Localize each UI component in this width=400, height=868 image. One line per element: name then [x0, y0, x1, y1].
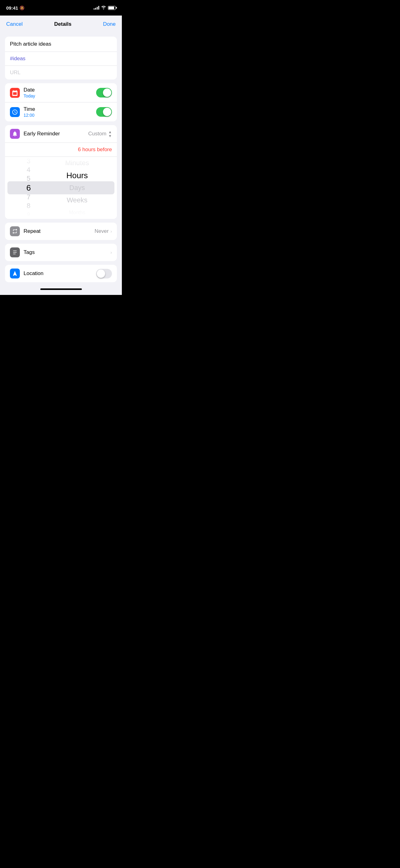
- signal-icon: [94, 6, 99, 10]
- mute-icon: 🔕: [20, 6, 25, 10]
- picker-number-column[interactable]: 3 4 5 6 7 8 9: [12, 157, 45, 219]
- picker-num-9: 9: [12, 210, 45, 219]
- picker-num-4: 4: [12, 165, 45, 174]
- picker-unit-weeks: Weeks: [45, 194, 109, 207]
- location-row: Location: [5, 265, 117, 282]
- early-reminder-custom: 6 hours before: [5, 143, 117, 157]
- repeat-label: Repeat: [24, 228, 91, 235]
- date-icon-badge: [10, 88, 20, 98]
- location-label: Location: [24, 270, 92, 277]
- picker-num-3: 3: [12, 157, 45, 165]
- battery-icon: [108, 6, 116, 10]
- picker-unit-column[interactable]: Minutes Hours Days Weeks Months: [45, 157, 109, 219]
- picker-unit-days: Days: [45, 182, 109, 194]
- picker-num-7: 7: [12, 193, 45, 202]
- picker-unit-minutes: Minutes: [45, 157, 109, 169]
- picker-unit-hours-selected: Hours: [45, 169, 109, 182]
- location-card: Location: [5, 265, 117, 282]
- location-icon-badge: [10, 269, 20, 278]
- svg-rect-4: [13, 254, 15, 254]
- date-time-card: Date Today Time 12:00: [5, 83, 117, 121]
- done-button[interactable]: Done: [103, 19, 116, 30]
- location-toggle[interactable]: [96, 269, 112, 278]
- tags-row[interactable]: Tags ›: [5, 244, 117, 261]
- date-toggle[interactable]: [96, 88, 112, 97]
- status-bar: 09:41 🔕: [0, 0, 122, 16]
- updown-icon: ▲ ▼: [108, 130, 112, 138]
- svg-rect-3: [13, 252, 17, 253]
- early-reminder-right: Custom ▲ ▼: [88, 130, 112, 138]
- tags-chevron: ›: [110, 250, 112, 255]
- status-right: [94, 5, 116, 10]
- wifi-icon: [101, 5, 106, 10]
- tags-card[interactable]: Tags ›: [5, 244, 117, 261]
- main-container: Cancel Details Done Pitch article ideas …: [0, 16, 122, 295]
- tags-label: Tags: [24, 249, 107, 255]
- date-row: Date Today: [5, 83, 117, 102]
- reminder-icon-badge: [10, 129, 20, 139]
- nav-bar: Cancel Details Done: [0, 16, 122, 33]
- time-icon-badge: [10, 107, 20, 117]
- svg-rect-2: [13, 251, 17, 251]
- cancel-button[interactable]: Cancel: [6, 19, 23, 30]
- task-url[interactable]: URL: [5, 66, 117, 80]
- repeat-icon-badge: [10, 226, 20, 236]
- time-label: Time 12:00: [24, 106, 92, 118]
- content-area: Pitch article ideas #ideas URL Date T: [0, 33, 122, 286]
- nav-title: Details: [54, 21, 72, 27]
- status-time: 09:41: [6, 5, 18, 10]
- repeat-card[interactable]: Repeat Never ›: [5, 223, 117, 240]
- task-title[interactable]: Pitch article ideas: [5, 37, 117, 52]
- repeat-right: Never ›: [95, 228, 112, 235]
- early-reminder-value: Custom: [88, 131, 107, 137]
- repeat-chevron: ›: [110, 229, 112, 234]
- picker-num-6-selected: 6: [12, 183, 45, 193]
- early-reminder-row[interactable]: Early Reminder Custom ▲ ▼: [5, 125, 117, 143]
- picker-num-5: 5: [12, 174, 45, 183]
- picker-unit-months: Months: [45, 207, 109, 219]
- task-info-card: Pitch article ideas #ideas URL: [5, 37, 117, 80]
- home-indicator-bar: [40, 288, 82, 290]
- time-row: Time 12:00: [5, 102, 117, 121]
- picker-num-8: 8: [12, 202, 45, 210]
- date-label: Date Today: [24, 87, 92, 98]
- early-reminder-card: Early Reminder Custom ▲ ▼ 6 hours before: [5, 125, 117, 219]
- task-tag[interactable]: #ideas: [5, 52, 117, 66]
- early-reminder-label: Early Reminder: [24, 131, 85, 137]
- time-toggle[interactable]: [96, 107, 112, 117]
- tags-icon-badge: [10, 247, 20, 257]
- repeat-value: Never: [95, 228, 108, 235]
- picker-wheel[interactable]: 3 4 5 6 7 8 9 Minutes Hours Days Weeks: [5, 157, 117, 219]
- repeat-row[interactable]: Repeat Never ›: [5, 223, 117, 240]
- picker-columns: 3 4 5 6 7 8 9 Minutes Hours Days Weeks: [12, 157, 109, 219]
- home-indicator: [0, 286, 122, 295]
